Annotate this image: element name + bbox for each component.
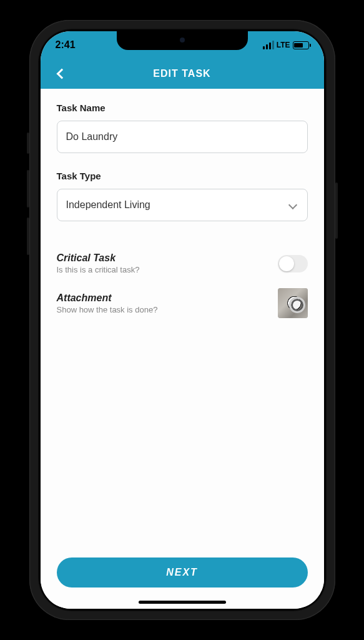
critical-task-title: Critical Task	[57, 252, 140, 264]
volume-down-button	[27, 218, 29, 255]
chevron-down-icon	[288, 201, 297, 209]
volume-silence-button	[27, 132, 29, 154]
attachment-title: Attachment	[57, 292, 158, 304]
chevron-left-icon	[56, 69, 67, 79]
attachment-subtitle: Show how the task is done?	[57, 305, 158, 314]
critical-task-toggle[interactable]	[278, 255, 308, 272]
content: Task Name Task Type Independent Living C…	[41, 89, 324, 609]
status-time: 2:41	[56, 39, 76, 51]
critical-task-row: Critical Task Is this is a critical task…	[57, 252, 308, 274]
network-label: LTE	[277, 41, 290, 49]
phone-frame: 2:41 LTE EDIT TASK Task Name	[29, 20, 335, 620]
page-title: EDIT TASK	[153, 68, 210, 79]
task-type-group: Task Type Independent Living	[57, 171, 308, 221]
task-name-label: Task Name	[57, 102, 308, 113]
attachment-thumbnail[interactable]	[278, 288, 308, 318]
next-button[interactable]: NEXT	[57, 558, 308, 588]
attachment-row: Attachment Show how the task is done?	[57, 288, 308, 318]
toggle-knob	[279, 256, 294, 271]
power-button	[335, 182, 338, 239]
critical-task-subtitle: Is this is a critical task?	[57, 265, 140, 274]
task-type-label: Task Type	[57, 171, 308, 181]
battery-icon	[293, 41, 309, 49]
task-name-group: Task Name	[57, 102, 308, 153]
nav-header: EDIT TASK	[41, 59, 324, 89]
back-button[interactable]	[53, 65, 71, 82]
volume-up-button	[27, 170, 29, 208]
task-type-select[interactable]: Independent Living	[57, 189, 308, 221]
notch	[117, 31, 248, 50]
signal-icon	[263, 41, 274, 49]
home-indicator[interactable]	[139, 601, 226, 604]
task-type-value: Independent Living	[66, 199, 150, 211]
task-name-input[interactable]	[57, 121, 308, 153]
